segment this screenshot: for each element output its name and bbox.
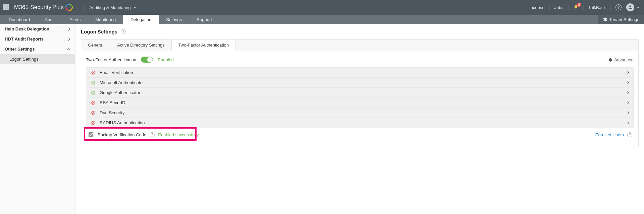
svg-point-3 [92, 91, 95, 94]
product-brand: M365 Security Plus [14, 4, 73, 11]
sidebar: Help Desk Delegation HDT Audit Reports O… [0, 24, 75, 214]
help-icon[interactable]: ? [150, 132, 155, 137]
workspace-dropdown[interactable]: Auditing & Monitoring [89, 5, 137, 10]
nav-tab-alerts[interactable]: Alerts [62, 15, 88, 24]
chevron-right-icon [68, 27, 70, 31]
nav-tab-support[interactable]: Support [189, 15, 219, 24]
sidebar-item-label: Other Settings [5, 47, 35, 52]
divider [610, 5, 611, 10]
apps-grid-icon[interactable] [3, 4, 9, 10]
method-row-radius-authentication[interactable]: RADIUS Authentication [86, 118, 633, 128]
help-button[interactable]: ? [615, 4, 622, 10]
sidebar-sub-label: Logon Settings [9, 57, 39, 62]
topbar-right: License Jobs 3 TalkBack ? [530, 3, 639, 11]
main-nav: Dashboard Audit Alerts Monitoring Delega… [0, 15, 644, 24]
chevron-down-icon [636, 6, 639, 9]
user-icon [628, 5, 633, 10]
nav-tab-dashboard[interactable]: Dashboard [1, 15, 38, 24]
method-row-google-authenticator[interactable]: Google Authenticator [86, 88, 633, 98]
nav-tab-monitoring[interactable]: Monitoring [88, 15, 123, 24]
brand-swirl-icon [64, 2, 74, 12]
chevron-right-icon [68, 38, 70, 41]
tab-ad-settings[interactable]: Active Directory Settings [110, 40, 172, 51]
method-row-duo-security[interactable]: Duo Security [86, 108, 633, 118]
tenant-settings-button[interactable]: Tenant Settings [598, 15, 644, 24]
enabled-icon [90, 80, 96, 85]
method-row-rsa-securid[interactable]: RSA SecurID [86, 98, 633, 108]
help-icon[interactable]: ? [627, 132, 632, 137]
backup-status: Enabled successfully [158, 132, 199, 137]
advanced-link[interactable]: Advanced [608, 57, 634, 62]
main-content: Logon Settings ? General Active Director… [75, 24, 644, 214]
gear-icon [602, 17, 607, 22]
brand-suffix: Plus [52, 4, 64, 11]
chevron-down-icon [67, 48, 70, 51]
method-row-email-verification[interactable]: Email Verification [86, 68, 633, 78]
disabled-icon [90, 100, 96, 105]
user-avatar-menu[interactable] [626, 3, 634, 11]
backup-code-label: Backup Verification Code [98, 132, 146, 137]
sidebar-sub-logon-settings[interactable]: Logon Settings [0, 54, 75, 64]
method-name: Google Authenticator [100, 90, 140, 95]
divider [84, 3, 85, 12]
tab-general[interactable]: General [81, 40, 110, 51]
top-bar: M365 Security Plus Auditing & Monitoring… [0, 0, 644, 15]
tfa-enabled-label: Enabled [158, 57, 174, 62]
sidebar-item-other-settings[interactable]: Other Settings [0, 44, 75, 54]
sidebar-item-label: HDT Audit Reports [5, 37, 44, 42]
svg-line-9 [92, 122, 95, 124]
chevron-right-icon [627, 101, 629, 104]
disabled-icon [90, 111, 96, 115]
notification-badge: 3 [577, 3, 581, 7]
divider [583, 5, 584, 10]
help-icon[interactable]: ? [121, 29, 126, 34]
disabled-icon [90, 121, 96, 125]
sidebar-item-label: Help Desk Delegation [5, 26, 49, 31]
chevron-right-icon [627, 71, 629, 74]
sidebar-item-help-desk-delegation[interactable]: Help Desk Delegation [0, 24, 75, 34]
content-frame: General Active Directory Settings Two-Fa… [81, 39, 639, 147]
method-name: Email Verification [100, 70, 133, 75]
backup-verification-row: Backup Verification Code ? Enabled succe… [86, 128, 634, 139]
divider [568, 5, 569, 10]
method-name: RADIUS Authentication [100, 120, 145, 125]
talkback-link[interactable]: TalkBack [588, 5, 606, 10]
chevron-right-icon [627, 81, 629, 84]
tfa-toggle-row: Two-Factor Authentication Enabled Advanc… [86, 57, 634, 63]
tenant-settings-label: Tenant Settings [609, 17, 639, 22]
notifications-button[interactable]: 3 [573, 5, 579, 10]
svg-line-7 [92, 112, 95, 114]
advanced-label: Advanced [614, 57, 634, 62]
body-layout: Help Desk Delegation HDT Audit Reports O… [0, 24, 644, 214]
tfa-toggle[interactable] [141, 57, 153, 63]
jobs-link[interactable]: Jobs [554, 5, 564, 10]
method-name: RSA SecurID [100, 100, 125, 105]
method-row-microsoft-authenticator[interactable]: Microsoft Authenticator [86, 78, 633, 88]
nav-tab-settings[interactable]: Settings [159, 15, 189, 24]
method-name: Microsoft Authenticator [100, 80, 144, 85]
chevron-right-icon [627, 121, 629, 125]
tfa-heading: Two-Factor Authentication [86, 57, 136, 62]
backup-code-checkbox[interactable] [89, 132, 93, 137]
brand-main: M365 Security [14, 4, 51, 11]
spacer [219, 15, 598, 24]
page-title: Logon Settings [81, 29, 117, 34]
content-tabs: General Active Directory Settings Two-Fa… [81, 40, 638, 51]
tab-two-factor-auth[interactable]: Two-Factor Authentication [172, 40, 236, 51]
svg-line-1 [92, 71, 95, 74]
license-link[interactable]: License [530, 5, 545, 10]
nav-tab-delegation[interactable]: Delegation [123, 15, 159, 24]
sidebar-item-hdt-audit-reports[interactable]: HDT Audit Reports [0, 34, 75, 44]
tfa-method-list: Email Verification Microsoft Authenticat… [86, 67, 634, 128]
gear-icon [608, 58, 612, 62]
svg-line-5 [92, 101, 95, 104]
divider [549, 5, 550, 10]
enrolled-users-link[interactable]: Enrolled Users [595, 132, 624, 137]
workspace-label: Auditing & Monitoring [89, 5, 131, 10]
chevron-right-icon [627, 91, 629, 94]
chevron-down-icon [133, 6, 137, 9]
nav-tab-audit[interactable]: Audit [38, 15, 62, 24]
content-body: Two-Factor Authentication Enabled Advanc… [81, 51, 638, 147]
disabled-icon [90, 70, 96, 75]
enabled-icon [90, 90, 96, 95]
